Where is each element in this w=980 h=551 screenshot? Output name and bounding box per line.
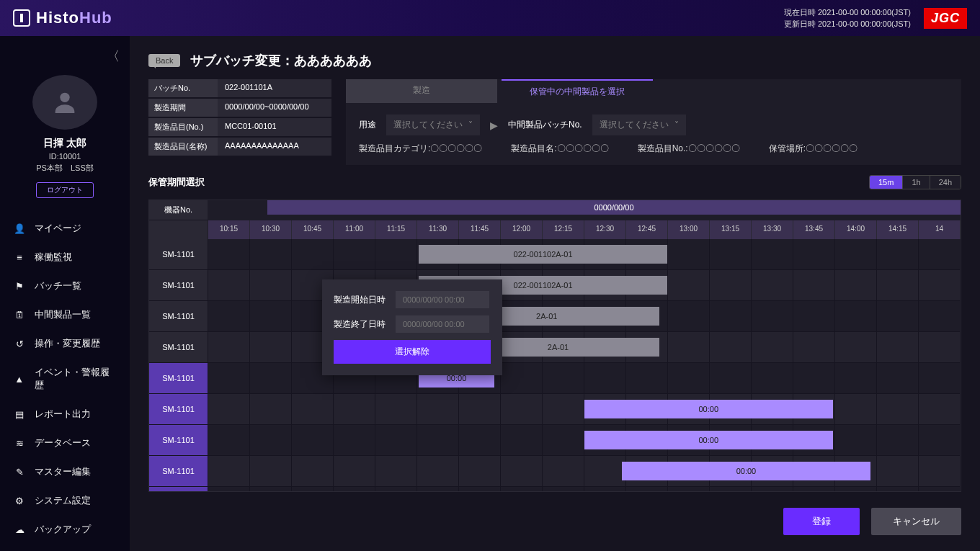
info-value: AAAAAAAAAAAAAA (218, 138, 331, 156)
time-header: 12:45 (626, 220, 668, 239)
nav-item-6[interactable]: ▤ レポート出力 (0, 400, 130, 429)
info-row: 製造品目(名称) AAAAAAAAAAAAAA (148, 138, 331, 156)
nav-label: イベント・警報履歴 (35, 366, 117, 392)
nav-item-5[interactable]: ▲ イベント・警報履歴 (0, 358, 130, 400)
gantt-row-label: SM-1101 (149, 301, 208, 331)
menu-icon: ≡ (13, 251, 26, 264)
nav-label: 稼働監視 (35, 251, 72, 264)
nav-item-4[interactable]: ↺ 操作・変更履歴 (0, 329, 130, 358)
history-icon: ↺ (13, 337, 26, 350)
logo-text-1: Histo (36, 9, 79, 27)
logo-icon (13, 9, 30, 27)
time-header: 10:15 (208, 220, 250, 239)
gantt-row: SM-1101 00:00 (149, 456, 961, 487)
tab-manufacture[interactable]: 製造 (346, 79, 497, 103)
popup-end-input[interactable] (396, 315, 489, 333)
logout-button[interactable]: ログアウト (36, 182, 94, 198)
cancel-button[interactable]: キャンセル (871, 508, 961, 535)
time-header: 11:00 (334, 220, 375, 239)
header-dates: 現在日時 2021-00-00 00:00:00(JST) 更新日時 2021-… (784, 6, 911, 30)
meta-no: 製造品目No.:〇〇〇〇〇〇 (638, 143, 740, 155)
time-header: 13:45 (793, 220, 835, 239)
use-select[interactable]: 選択してください˅ (386, 115, 480, 135)
popup-start-label: 製造開始日時 (334, 294, 386, 306)
popup-deselect-button[interactable]: 選択解除 (334, 340, 491, 364)
nav-item-2[interactable]: ⚑ バッチ一覧 (0, 272, 130, 300)
popup-end-label: 製造終了日時 (334, 318, 386, 331)
batch-no-label: 中間製品バッチNo. (508, 119, 582, 131)
back-button[interactable]: Back (148, 54, 180, 67)
nav-label: 中間製品一覧 (35, 308, 91, 321)
gantt-row-label: SM-1101 (149, 394, 208, 424)
gantt-track[interactable]: 2A-01 (208, 301, 961, 331)
gear-icon: ⚙ (13, 494, 26, 507)
nav-item-0[interactable]: 👤 マイページ (0, 214, 130, 243)
user-name: 日揮 太郎 (43, 137, 86, 150)
gantt-row-label: SM-1101 (149, 363, 208, 393)
batch-no-select[interactable]: 選択してください˅ (592, 115, 686, 135)
nav-item-10[interactable]: ☁ バックアップ (0, 515, 130, 544)
gantt-track[interactable]: 00:00 (208, 425, 961, 455)
nav-label: マスター編集 (35, 465, 91, 478)
gantt-track[interactable]: 022-001102A-01 (208, 270, 961, 300)
chevron-down-icon: ˅ (468, 120, 473, 130)
gantt-bar[interactable]: 022-001102A-01 (419, 245, 667, 264)
register-button[interactable]: 登録 (783, 508, 860, 535)
info-label: 製造品目(名称) (148, 138, 218, 156)
gantt-bar[interactable]: 00:00 (584, 431, 833, 449)
avatar (32, 75, 97, 130)
time-header: 13:15 (710, 220, 752, 239)
gantt-row-label: SM-1101 (149, 239, 208, 269)
time-header: 14:15 (877, 220, 919, 239)
gantt-track[interactable]: 00:00 (208, 394, 961, 424)
cloud-icon: ☁ (13, 523, 26, 536)
info-label: 製造期間 (148, 99, 218, 117)
time-header: 11:45 (459, 220, 501, 239)
nav-label: バッチ一覧 (35, 279, 81, 292)
flag-icon: ⚑ (13, 279, 26, 292)
time-header: 10:45 (292, 220, 334, 239)
logo-text-2: Hub (79, 9, 112, 27)
gantt-row-label: SM-1101 (149, 270, 208, 300)
nav-item-3[interactable]: 🗓 中間製品一覧 (0, 300, 130, 329)
info-value: 0000/00/00~0000/00/00 (218, 99, 331, 117)
tab-storage-select[interactable]: 保管中の中間製品を選択 (502, 79, 653, 103)
zoom-24h[interactable]: 24h (930, 176, 961, 189)
gantt-row-label: SM-1101 (149, 487, 208, 491)
nav-item-9[interactable]: ⚙ システム設定 (0, 486, 130, 515)
zoom-1h[interactable]: 1h (902, 176, 929, 189)
gantt-track[interactable]: 022-001102A-01 (208, 239, 961, 269)
gantt-row: SM-1101 00:00 (149, 425, 961, 456)
nav-label: データベース (35, 436, 91, 449)
gantt-track[interactable]: 00:00 (208, 456, 961, 486)
info-value: MCC01-00101 (218, 118, 331, 136)
nav-item-7[interactable]: ≋ データベース (0, 429, 130, 457)
nav-item-1[interactable]: ≡ 稼働監視 (0, 243, 130, 272)
meta-category: 製造品目カテゴリ:〇〇〇〇〇〇 (359, 143, 482, 155)
gantt-row: SM-1101 00:00 (149, 487, 961, 491)
gantt-row: SM-1101 00:00 (149, 394, 961, 425)
app-logo: HistoHub (13, 9, 112, 27)
sidebar-collapse-icon[interactable]: 〈 (97, 43, 130, 69)
time-header: 11:30 (417, 220, 459, 239)
info-value: 022-001101A (218, 79, 331, 97)
gantt-date-header: 0000/00/00 (267, 200, 961, 215)
zoom-toggle: 15m1h24h (869, 175, 961, 189)
info-row: 製造品目(No.) MCC01-00101 (148, 118, 331, 136)
gantt-track[interactable]: 2A-01 (208, 332, 961, 362)
user-icon: 👤 (13, 222, 26, 235)
time-header: 12:15 (543, 220, 584, 239)
gantt-track[interactable]: 00:00 (208, 487, 961, 491)
batch-info-table: バッチNo. 022-001101A 製造期間 0000/00/00~0000/… (148, 79, 331, 165)
gantt-row: SM-1101 022-001102A-01 (149, 270, 961, 301)
meta-location: 保管場所:〇〇〇〇〇〇 (769, 143, 858, 155)
gantt-bar[interactable]: 00:00 (584, 400, 833, 418)
nav-item-8[interactable]: ✎ マスター編集 (0, 457, 130, 486)
gantt-bar[interactable]: 00:00 (622, 462, 870, 480)
gantt-row: SM-1101 022-001102A-01 (149, 239, 961, 270)
box-icon: 🗓 (13, 308, 26, 321)
zoom-15m[interactable]: 15m (870, 176, 902, 189)
popup-start-input[interactable] (396, 291, 489, 308)
gantt-track[interactable]: 00:00 (208, 363, 961, 393)
user-dept: PS本部 LSS部 (36, 163, 93, 174)
